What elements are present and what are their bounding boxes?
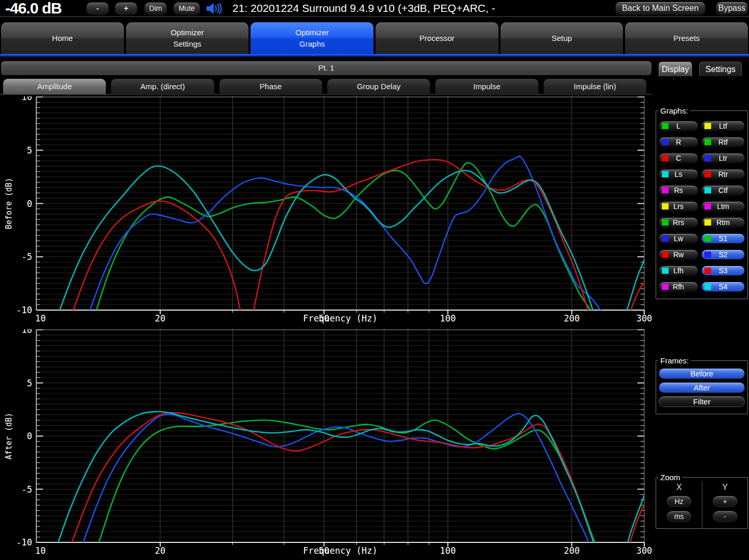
channel-button-s2[interactable]: S2 xyxy=(701,249,745,260)
main-tab-processor[interactable]: Processor xyxy=(376,22,498,54)
channel-button-rtr[interactable]: Rtr xyxy=(701,169,745,179)
channel-row: RsCtf xyxy=(656,185,747,195)
main-tab-label: Presets xyxy=(673,33,700,44)
graph-tab-impulse[interactable]: Impulse xyxy=(435,79,538,94)
main-tab-optimizer-settings[interactable]: OptimizerSettings xyxy=(126,22,249,54)
channel-button-ls[interactable]: Ls xyxy=(659,169,698,179)
channel-row: CLtr xyxy=(656,153,747,163)
channel-label: C xyxy=(676,154,681,162)
zoom-hz-button[interactable]: Hz xyxy=(667,496,691,507)
tab-display[interactable]: Display xyxy=(659,62,692,76)
svg-text:200: 200 xyxy=(564,313,580,324)
channel-color-swatch xyxy=(662,284,669,290)
graphs-legend: Graphs: xyxy=(658,106,690,115)
graph-tab-impulse-lin-[interactable]: Impulse (lin) xyxy=(544,79,646,94)
zoom-y-minus-button[interactable]: - xyxy=(713,511,738,522)
main-tab-optimizer-graphs[interactable]: OptimizerGraphs xyxy=(251,22,373,54)
channel-button-rrs[interactable]: Rrs xyxy=(659,217,698,228)
zoom-x-column: X Hz ms xyxy=(656,482,702,528)
main-tab-setup[interactable]: Setup xyxy=(501,22,623,54)
after-amplitude-chart: 1050-5-10102050100200300Frequency (Hz)Af… xyxy=(0,329,653,560)
graph-tab-phase[interactable]: Phase xyxy=(219,79,322,94)
main-tab-bar: HomeOptimizerSettingsOptimizerGraphsProc… xyxy=(0,22,749,54)
channel-button-lfh[interactable]: Lfh xyxy=(659,265,698,276)
channel-button-s1[interactable]: S1 xyxy=(701,233,745,244)
dim-button[interactable]: Dim xyxy=(144,2,167,15)
frames-legend: Frames: xyxy=(658,356,691,365)
channel-label: L xyxy=(676,122,681,130)
channel-color-swatch xyxy=(704,284,711,290)
frame-button-before[interactable]: Before xyxy=(659,368,745,379)
graph-tab-amplitude[interactable]: Amplitude xyxy=(3,79,106,94)
svg-text:-10: -10 xyxy=(16,305,32,315)
zoom-y-label: Y xyxy=(702,483,747,492)
channel-button-ltf[interactable]: Ltf xyxy=(701,121,745,131)
y-axis-label: After (dB) xyxy=(4,413,13,459)
zoom-y-plus-button[interactable]: + xyxy=(713,496,738,507)
channel-button-ctf[interactable]: Ctf xyxy=(701,185,745,195)
zoom-group: Zoom X Hz ms Y + - xyxy=(656,473,748,529)
channel-button-lrs[interactable]: Lrs xyxy=(659,201,698,212)
graph-type-tab-bar: AmplitudeAmp. (direct)PhaseGroup DelayIm… xyxy=(0,79,653,95)
svg-text:-10: -10 xyxy=(16,537,32,548)
channel-label: Lrs xyxy=(673,202,683,211)
channel-button-rtf[interactable]: Rtf xyxy=(701,137,745,147)
svg-text:10: 10 xyxy=(22,96,32,102)
channel-button-rfh[interactable]: Rfh xyxy=(659,282,698,292)
channel-label: R xyxy=(676,138,681,146)
channel-color-swatch xyxy=(704,251,711,258)
point-selector-bar[interactable]: Pt. 1 xyxy=(1,61,651,75)
channel-label: S1 xyxy=(718,234,727,243)
channel-row: LfhS3 xyxy=(656,265,747,276)
zoom-x-label: X xyxy=(656,483,702,492)
back-to-main-button[interactable]: Back to Main Screen xyxy=(615,2,705,15)
speaker-icon xyxy=(205,2,223,15)
channel-color-swatch xyxy=(704,171,711,177)
main-tab-home[interactable]: Home xyxy=(1,22,124,54)
channel-color-swatch xyxy=(662,203,669,209)
graph-tab-group-delay[interactable]: Group Delay xyxy=(327,79,430,94)
frames-group: Frames: BeforeAfterFilter xyxy=(656,356,748,414)
channel-label: S2 xyxy=(718,250,727,259)
channel-button-rs[interactable]: Rs xyxy=(659,185,698,195)
channel-button-l[interactable]: L xyxy=(659,121,698,131)
graph-tab-amp-direct-[interactable]: Amp. (direct) xyxy=(111,79,214,94)
svg-text:0: 0 xyxy=(27,431,32,441)
bypass-button[interactable]: Bypass xyxy=(716,2,748,15)
preset-title: 21: 20201224 Surround 9.4.9 v10 (+3dB, P… xyxy=(232,0,495,17)
channel-label: Lw xyxy=(674,234,683,243)
zoom-ms-button[interactable]: ms xyxy=(667,511,691,522)
channel-row: RRtf xyxy=(656,137,747,147)
channel-button-ltm[interactable]: Ltm xyxy=(701,201,745,212)
frame-button-filter[interactable]: Filter xyxy=(659,396,745,407)
frame-button-after[interactable]: After xyxy=(659,382,745,393)
channel-button-rw[interactable]: Rw xyxy=(659,249,698,260)
curve-s2 xyxy=(90,157,608,326)
channel-row: RfhS4 xyxy=(656,282,747,292)
channel-row: LwS1 xyxy=(656,233,747,244)
channel-row: RwS2 xyxy=(656,249,747,260)
tab-settings[interactable]: Settings xyxy=(699,62,742,76)
channel-button-r[interactable]: R xyxy=(659,137,698,147)
channel-color-swatch xyxy=(662,155,669,161)
volume-minus-button[interactable]: - xyxy=(86,2,109,15)
svg-text:0: 0 xyxy=(27,199,32,209)
mute-button[interactable]: Mute xyxy=(173,2,200,15)
channel-label: Rw xyxy=(673,250,684,259)
channel-button-ltr[interactable]: Ltr xyxy=(701,153,745,163)
svg-text:-5: -5 xyxy=(22,484,32,495)
volume-plus-button[interactable]: + xyxy=(115,2,137,15)
display-panel: Display Settings Graphs: LLtfRRtfCLtrLsR… xyxy=(655,57,749,560)
channel-color-swatch xyxy=(704,187,711,193)
main-tab-presets[interactable]: Presets xyxy=(625,22,748,54)
channel-color-swatch xyxy=(662,139,669,145)
channel-button-rtm[interactable]: Rtm xyxy=(701,217,745,228)
channel-label: S4 xyxy=(718,283,727,291)
channel-button-lw[interactable]: Lw xyxy=(659,233,698,244)
channel-button-s4[interactable]: S4 xyxy=(701,282,745,292)
channel-button-c[interactable]: C xyxy=(659,153,698,163)
channel-button-s3[interactable]: S3 xyxy=(701,265,745,276)
x-axis-label: Frequency (Hz) xyxy=(303,313,377,324)
svg-text:300: 300 xyxy=(636,545,653,556)
channel-color-swatch xyxy=(662,187,669,193)
